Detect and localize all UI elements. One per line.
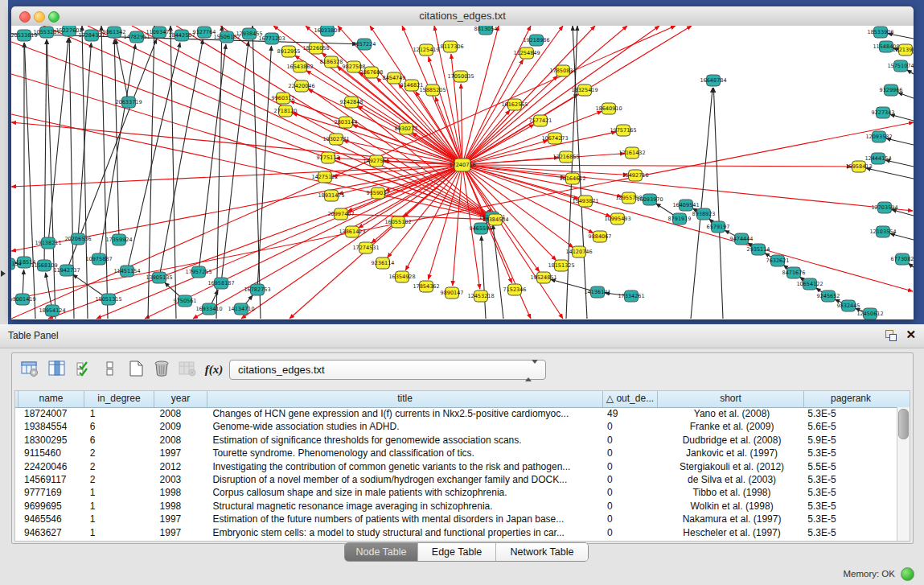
table-cell[interactable]: 2003 xyxy=(157,473,210,486)
clear-selection-button[interactable] xyxy=(99,358,121,382)
column-header-name[interactable]: name xyxy=(18,391,84,407)
table-cell[interactable]: Yano et al. (2008) xyxy=(659,407,805,420)
table-cell[interactable]: 0 xyxy=(604,526,659,539)
tab-node-table[interactable]: Node Table xyxy=(345,543,417,561)
table-cell[interactable]: 5.5E-5 xyxy=(804,460,897,473)
table-row[interactable]: 1830029562008Estimation of significance … xyxy=(15,434,897,447)
table-cell[interactable]: Embryonic stem cells: a model to study s… xyxy=(209,526,604,539)
tab-edge-table[interactable]: Edge Table xyxy=(417,543,495,561)
table-cell[interactable]: 2012 xyxy=(157,460,210,473)
table-cell[interactable]: 0 xyxy=(604,500,659,513)
table-cell[interactable]: 18300295 xyxy=(21,434,87,447)
table-row[interactable]: 969969511998Structural magnetic resonanc… xyxy=(15,500,897,513)
table-cell[interactable]: 5.3E-5 xyxy=(804,486,897,499)
table-cell[interactable]: 6 xyxy=(87,434,157,447)
table-cell[interactable]: 5.3E-5 xyxy=(804,526,897,539)
table-row[interactable]: 911546021997Tourette syndrome. Phenomeno… xyxy=(15,447,897,459)
table-cell[interactable]: 0 xyxy=(604,447,659,459)
table-cell[interactable]: Genome-wide association studies in ADHD. xyxy=(209,420,604,433)
table-row[interactable]: 946554611997Estimation of the future num… xyxy=(15,513,897,525)
table-cell[interactable]: 19384554 xyxy=(21,420,87,433)
table-cell[interactable]: Stergiakouli et al. (2012) xyxy=(659,460,805,473)
table-cell[interactable]: 1997 xyxy=(157,513,210,525)
table-scrollbar[interactable] xyxy=(897,407,910,541)
table-cell[interactable]: de Silva et al. (2003) xyxy=(659,473,805,486)
table-cell[interactable]: 5.3E-5 xyxy=(804,473,897,486)
table-row[interactable]: 1938455462009Genome-wide association stu… xyxy=(15,420,897,433)
table-cell[interactable]: 0 xyxy=(604,473,659,486)
table-cell[interactable]: 2008 xyxy=(157,407,210,420)
table-cell[interactable]: 49 xyxy=(604,407,659,420)
table-cell[interactable]: Tibbo et al. (1998) xyxy=(659,486,805,499)
network-canvas[interactable]: 2053381910553287152276021728437198613421… xyxy=(11,26,914,319)
table-cell[interactable]: 1 xyxy=(87,500,157,513)
table-row[interactable]: 2242004622012Investigating the contribut… xyxy=(15,460,897,473)
table-cell[interactable]: 0 xyxy=(604,460,659,473)
table-cell[interactable]: 2009 xyxy=(157,420,210,433)
table-cell[interactable]: 2008 xyxy=(157,434,210,447)
table-cell[interactable]: 5.9E-5 xyxy=(804,434,897,447)
table-cell[interactable]: Investigating the contribution of common… xyxy=(209,460,604,473)
panel-expand-arrow-icon[interactable] xyxy=(1,270,6,277)
table-cell[interactable]: 9777169 xyxy=(21,486,87,499)
table-options-button[interactable] xyxy=(18,358,41,382)
delete-table-button[interactable] xyxy=(150,358,173,382)
function-builder-button[interactable]: f(x) xyxy=(202,358,226,382)
table-cell[interactable]: Jankovic et al. (1997) xyxy=(659,447,805,459)
column-header-in-degree[interactable]: in_degree xyxy=(84,391,154,407)
table-cell[interactable]: 14569117 xyxy=(21,473,87,486)
column-header-short[interactable]: short xyxy=(658,391,804,407)
table-cell[interactable]: 9115460 xyxy=(21,447,87,459)
table-cell[interactable]: 1 xyxy=(87,407,157,420)
table-row[interactable]: 977716911998Corpus callosum shape and si… xyxy=(15,486,897,499)
table-cell[interactable]: Nakamura et al. (1997) xyxy=(659,513,805,525)
table-cell[interactable]: Hescheler et al. (1997) xyxy=(659,526,805,539)
table-cell[interactable]: 0 xyxy=(604,486,659,499)
table-cell[interactable]: 2 xyxy=(87,460,157,473)
table-cell[interactable]: Structural magnetic resonance image aver… xyxy=(209,500,604,513)
table-cell[interactable]: 6 xyxy=(87,420,157,433)
table-cell[interactable]: 1 xyxy=(87,486,157,499)
table-cell[interactable]: 5.3E-5 xyxy=(804,500,897,513)
table-cell[interactable]: 0 xyxy=(604,420,659,433)
table-row[interactable]: 946362711997Embryonic stem cells: a mode… xyxy=(15,526,897,539)
table-cell[interactable]: 0 xyxy=(604,513,659,525)
table-cell[interactable]: 22420046 xyxy=(21,460,87,473)
table-cell[interactable]: 5.6E-5 xyxy=(804,420,897,433)
column-header-out-degree-sorted[interactable]: △ out_de... xyxy=(603,391,658,407)
tab-network-table[interactable]: Network Table xyxy=(495,543,588,561)
table-row[interactable]: 1872400712008Changes of HCN gene express… xyxy=(15,407,897,420)
memory-status-icon[interactable] xyxy=(901,567,914,581)
table-cell[interactable]: Franke et al. (2009) xyxy=(659,420,805,433)
table-cell[interactable]: 1998 xyxy=(157,500,210,513)
table-cell[interactable]: 1997 xyxy=(157,447,210,459)
table-cell[interactable]: Dudbridge et al. (2008) xyxy=(659,434,805,447)
table-cell[interactable]: 2 xyxy=(87,473,157,486)
table-selector-dropdown[interactable]: citations_edges.txt xyxy=(229,360,546,380)
table-cell[interactable]: 9465546 xyxy=(21,513,87,525)
table-cell[interactable]: 1 xyxy=(87,526,157,539)
table-cell[interactable]: 2 xyxy=(87,447,157,459)
table-cell[interactable]: 1997 xyxy=(157,526,210,539)
table-cell[interactable]: Tourette syndrome. Phenomenology and cla… xyxy=(209,447,604,459)
table-cell[interactable]: Estimation of the future numbers of pati… xyxy=(209,513,604,525)
table-cell[interactable]: 5.3E-5 xyxy=(804,513,897,525)
close-panel-icon[interactable]: ✕ xyxy=(906,328,916,342)
create-table-button[interactable] xyxy=(125,358,147,382)
table-cell[interactable]: 5.3E-5 xyxy=(804,407,897,420)
table-cell[interactable]: Disruption of a novel member of a sodium… xyxy=(209,473,604,486)
table-cell[interactable]: Wolkin et al. (1998) xyxy=(659,500,805,513)
table-cell[interactable]: Estimation of significance thresholds fo… xyxy=(209,434,604,447)
float-panel-icon[interactable] xyxy=(885,330,897,341)
network-window-titlebar[interactable]: citations_edges.txt xyxy=(11,6,914,27)
table-cell[interactable]: Changes of HCN gene expression and I(f) … xyxy=(209,407,604,420)
column-header-year[interactable]: year xyxy=(154,391,207,407)
column-header-title[interactable]: title xyxy=(207,391,603,407)
table-cell[interactable]: Corpus callosum shape and size in male p… xyxy=(209,486,604,499)
table-cell[interactable]: 18724007 xyxy=(21,407,87,420)
scrollbar-thumb[interactable] xyxy=(898,409,909,439)
show-columns-button[interactable] xyxy=(46,358,68,382)
table-row[interactable]: 1456911722003Disruption of a novel membe… xyxy=(15,473,897,486)
table-cell[interactable]: 1 xyxy=(87,513,157,525)
table-cell[interactable]: 1998 xyxy=(157,486,210,499)
